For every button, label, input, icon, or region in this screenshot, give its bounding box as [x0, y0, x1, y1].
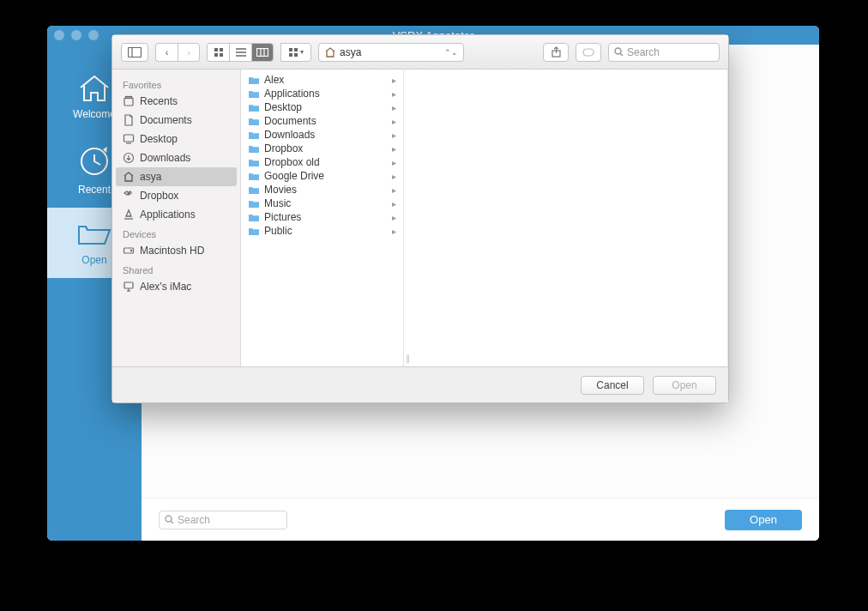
- svg-rect-5: [214, 48, 218, 51]
- folder-row[interactable]: Google Drive▸: [241, 169, 403, 183]
- view-columns-button[interactable]: [251, 43, 274, 62]
- sidebar-item-home[interactable]: asya: [116, 167, 237, 186]
- folder-icon: [248, 103, 260, 112]
- dropbox-icon: [123, 190, 135, 202]
- folder-name: Documents: [264, 115, 316, 127]
- svg-rect-23: [124, 98, 133, 106]
- clock-icon: [77, 144, 112, 178]
- folder-row[interactable]: Documents▸: [241, 114, 403, 128]
- sidebar-item-label: asya: [140, 171, 161, 183]
- svg-line-2: [171, 521, 173, 523]
- svg-point-30: [130, 250, 131, 251]
- svg-rect-16: [294, 48, 298, 51]
- path-location-label: asya: [340, 46, 361, 58]
- sidebar-item-dropbox[interactable]: Dropbox: [112, 186, 240, 205]
- folder-icon: [248, 172, 260, 181]
- folder-open-icon: [75, 220, 113, 249]
- view-list-button[interactable]: [229, 43, 251, 62]
- cancel-button[interactable]: Cancel: [581, 376, 644, 395]
- group-by-button[interactable]: ▾: [280, 43, 311, 62]
- list-icon: [236, 48, 246, 57]
- chevron-updown-icon: ⌃⌄: [444, 48, 458, 57]
- sidebar-item-downloads[interactable]: Downloads: [112, 148, 240, 167]
- main-search-input[interactable]: Search: [159, 511, 287, 529]
- svg-rect-3: [129, 47, 142, 57]
- view-icons-button[interactable]: [207, 43, 229, 62]
- tags-button[interactable]: [576, 43, 601, 62]
- folder-row[interactable]: Downloads▸: [241, 128, 403, 142]
- desktop-icon: [123, 133, 135, 145]
- grid-small-icon: [289, 48, 298, 57]
- svg-rect-6: [220, 48, 223, 51]
- svg-rect-8: [220, 53, 223, 57]
- file-open-dialog: ‹ › ▾ asya ⌃⌄: [112, 34, 729, 403]
- sidebar-item-shared-computer[interactable]: Alex's iMac: [112, 277, 240, 296]
- view-mode-buttons: [207, 43, 274, 62]
- main-open-button[interactable]: Open: [725, 510, 802, 530]
- sidebar-item-recents[interactable]: Recents: [112, 92, 240, 111]
- share-button[interactable]: [543, 43, 569, 62]
- column-resize-handle[interactable]: ∥: [404, 70, 413, 366]
- open-button[interactable]: Open: [653, 376, 716, 395]
- chevron-right-icon: ▸: [392, 185, 396, 195]
- sidebar-item-label: Downloads: [140, 152, 190, 164]
- svg-rect-20: [583, 49, 594, 56]
- folder-icon: [248, 89, 260, 99]
- folder-icon: [248, 227, 260, 236]
- sidebar-item-label: Documents: [140, 114, 192, 126]
- folder-icon: [248, 213, 260, 222]
- sidebar-favorites-header: Favorites: [112, 75, 240, 92]
- folder-name: Music: [264, 197, 291, 209]
- finder-search-input[interactable]: Search: [608, 43, 720, 62]
- folder-row[interactable]: Dropbox▸: [241, 142, 403, 155]
- sidebar-item-label: Alex's iMac: [140, 281, 191, 293]
- folder-name: Alex: [264, 74, 284, 86]
- svg-rect-17: [289, 53, 292, 57]
- sidebar-devices-header: Devices: [112, 224, 240, 241]
- folder-row[interactable]: Dropbox old▸: [241, 155, 403, 169]
- columns-icon: [256, 48, 268, 57]
- chevron-right-icon: ▸: [392, 227, 396, 236]
- sidebar-toggle-button[interactable]: [121, 43, 148, 62]
- sidebar-item-label: Macintosh HD: [140, 245, 204, 257]
- svg-point-1: [166, 516, 172, 522]
- svg-rect-31: [124, 282, 133, 288]
- svg-rect-18: [294, 53, 298, 57]
- folder-name: Pictures: [264, 211, 301, 223]
- back-button[interactable]: ‹: [155, 43, 178, 62]
- document-icon: [123, 114, 135, 126]
- folder-row[interactable]: Movies▸: [241, 183, 403, 197]
- sidebar-shared-header: Shared: [112, 260, 240, 277]
- house-icon: [77, 74, 112, 103]
- folder-row[interactable]: Applications▸: [241, 87, 403, 100]
- sidebar-item-documents[interactable]: Documents: [112, 111, 240, 130]
- folder-name: Movies: [264, 184, 297, 196]
- chevron-right-icon: ▸: [392, 199, 396, 209]
- hdd-icon: [123, 245, 135, 257]
- folder-row[interactable]: Desktop▸: [241, 100, 403, 114]
- sidebar-item-desktop[interactable]: Desktop: [112, 130, 240, 148]
- downloads-icon: [123, 152, 135, 164]
- svg-line-22: [620, 53, 623, 56]
- share-icon: [552, 46, 561, 57]
- chevron-right-icon: ▸: [392, 76, 396, 85]
- imac-icon: [123, 281, 135, 293]
- folder-row[interactable]: Music▸: [241, 197, 403, 210]
- sidebar-item-applications[interactable]: Applications: [112, 205, 240, 224]
- chevron-right-icon: ▸: [392, 158, 396, 167]
- folder-icon: [248, 117, 260, 126]
- folder-row[interactable]: Alex▸: [241, 73, 403, 87]
- folder-icon: [248, 76, 260, 85]
- folder-row[interactable]: Public▸: [241, 224, 403, 238]
- forward-button[interactable]: ›: [178, 43, 200, 62]
- finder-body: Favorites Recents Documents Desktop Down…: [112, 70, 728, 366]
- finder-sidebar: Favorites Recents Documents Desktop Down…: [112, 70, 241, 366]
- folder-icon: [248, 199, 260, 209]
- folder-row[interactable]: Pictures▸: [241, 210, 403, 224]
- sidebar-item-label: Dropbox: [140, 190, 178, 202]
- chevron-right-icon: ▸: [392, 117, 396, 126]
- sidebar-item-macintosh-hd[interactable]: Macintosh HD: [112, 241, 240, 260]
- recents-icon: [123, 95, 135, 107]
- path-dropdown[interactable]: asya ⌃⌄: [318, 43, 464, 62]
- folder-column: Alex▸Applications▸Desktop▸Documents▸Down…: [241, 70, 404, 366]
